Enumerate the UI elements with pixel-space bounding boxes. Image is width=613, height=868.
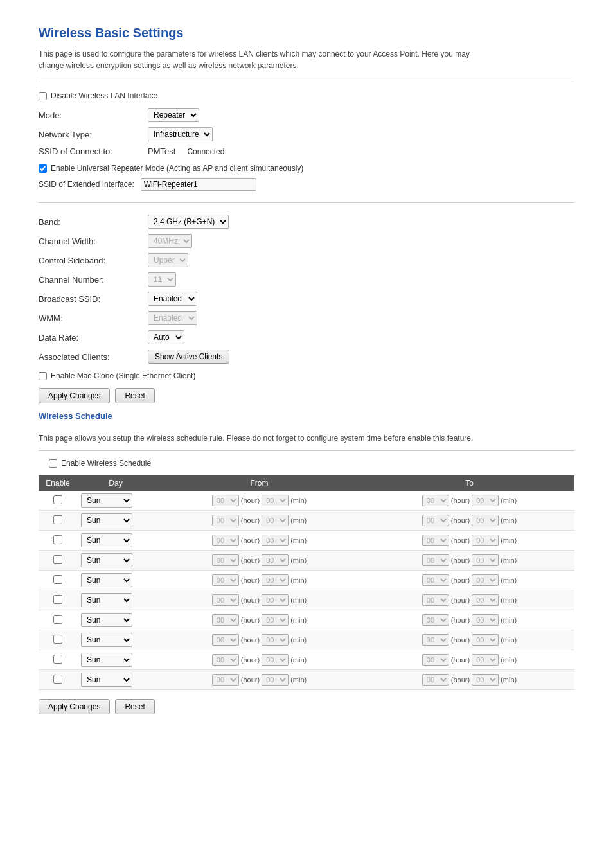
schedule-row-day-select[interactable]: SunMonTueWedThuFriSat xyxy=(81,573,132,587)
schedule-row-to-min-select[interactable]: 00153045 xyxy=(472,614,499,626)
schedule-row-enable-checkbox[interactable] xyxy=(53,575,62,584)
channel-width-select[interactable]: 40MHz 20MHz xyxy=(148,234,192,248)
time-label: (min) xyxy=(501,616,517,624)
schedule-row-from-hour-select[interactable]: 0001020304050607080910111213141516171819… xyxy=(212,674,239,686)
schedule-row-to-hour-select[interactable]: 0001020304050607080910111213141516171819… xyxy=(422,495,449,506)
schedule-row-from-min-select[interactable]: 00153045 xyxy=(262,654,289,666)
schedule-row-from-hour-select[interactable]: 0001020304050607080910111213141516171819… xyxy=(212,495,239,506)
schedule-row-to-min-select[interactable]: 00153045 xyxy=(472,554,499,566)
schedule-row-to-min-select[interactable]: 00153045 xyxy=(472,634,499,646)
broadcast-ssid-select[interactable]: Enabled Disabled xyxy=(148,292,197,306)
schedule-row-day-select[interactable]: SunMonTueWedThuFriSat xyxy=(81,613,132,627)
schedule-row-enable-checkbox[interactable] xyxy=(53,675,62,684)
schedule-row-to-hour-select[interactable]: 0001020304050607080910111213141516171819… xyxy=(422,554,449,566)
band-select[interactable]: 2.4 GHz (B+G+N) 2.4 GHz (B) 2.4 GHz (G) … xyxy=(148,215,229,229)
schedule-row-from-min-select[interactable]: 00153045 xyxy=(262,554,289,566)
schedule-row-from-hour-select[interactable]: 0001020304050607080910111213141516171819… xyxy=(212,594,239,606)
schedule-row-enable-checkbox[interactable] xyxy=(53,615,62,624)
schedule-row-from-cell: 0001020304050607080910111213141516171819… xyxy=(158,634,360,646)
schedule-row-enable-checkbox[interactable] xyxy=(53,555,62,564)
ssid-label: SSID of Connect to: xyxy=(39,144,148,159)
time-label: (hour) xyxy=(451,497,470,504)
schedule-row-to-min-select[interactable]: 00153045 xyxy=(472,594,499,606)
enable-repeater-checkbox[interactable] xyxy=(39,164,47,173)
schedule-row-enable-checkbox[interactable] xyxy=(53,635,62,644)
schedule-row-day-select[interactable]: SunMonTueWedThuFriSat xyxy=(81,633,132,647)
network-type-select[interactable]: Infrastructure Ad-hoc xyxy=(148,127,213,141)
schedule-row-enable-checkbox[interactable] xyxy=(53,495,62,504)
schedule-row-to-min-select[interactable]: 00153045 xyxy=(472,654,499,666)
disable-wlan-checkbox[interactable] xyxy=(39,92,47,100)
schedule-row-from-min-select[interactable]: 00153045 xyxy=(262,634,289,646)
enable-mac-clone-checkbox[interactable] xyxy=(39,372,47,380)
schedule-row-to-min-select[interactable]: 00153045 xyxy=(472,674,499,686)
schedule-row-from-hour-select[interactable]: 0001020304050607080910111213141516171819… xyxy=(212,654,239,666)
schedule-row-to-hour-select[interactable]: 0001020304050607080910111213141516171819… xyxy=(422,654,449,666)
schedule-row-to-hour-select[interactable]: 0001020304050607080910111213141516171819… xyxy=(422,674,449,686)
schedule-button-row: Apply Changes Reset xyxy=(39,699,574,714)
schedule-row-from-hour-select[interactable]: 0001020304050607080910111213141516171819… xyxy=(212,634,239,646)
ssid-extended-input[interactable] xyxy=(141,178,256,191)
schedule-row-to-min-select[interactable]: 00153045 xyxy=(472,535,499,546)
time-label: (min) xyxy=(290,497,306,504)
data-rate-select[interactable]: Auto 1M2M5.5M6M 9M11M12M18M 24M36M48M54M xyxy=(148,330,184,344)
schedule-apply-button[interactable]: Apply Changes xyxy=(39,699,110,714)
basic-settings-reset-button[interactable]: Reset xyxy=(115,388,154,403)
schedule-row-to-min-select[interactable]: 00153045 xyxy=(472,574,499,586)
schedule-row-from-hour-select[interactable]: 0001020304050607080910111213141516171819… xyxy=(212,535,239,546)
schedule-row-from-min-select[interactable]: 00153045 xyxy=(262,674,289,686)
mode-select[interactable]: Repeater AP Client Bridge xyxy=(148,108,199,122)
schedule-row-to-hour-select[interactable]: 0001020304050607080910111213141516171819… xyxy=(422,535,449,546)
schedule-row-from-hour-select[interactable]: 0001020304050607080910111213141516171819… xyxy=(212,614,239,626)
control-sideband-select[interactable]: Upper Lower xyxy=(148,253,188,267)
header-day: Day xyxy=(77,475,154,491)
schedule-row: SunMonTueWedThuFriSat0001020304050607080… xyxy=(39,670,574,690)
schedule-row-from-hour-select[interactable]: 0001020304050607080910111213141516171819… xyxy=(212,515,239,526)
schedule-row-to-hour-select[interactable]: 0001020304050607080910111213141516171819… xyxy=(422,574,449,586)
show-active-clients-button[interactable]: Show Active Clients xyxy=(148,350,229,364)
schedule-row-to-hour-select[interactable]: 0001020304050607080910111213141516171819… xyxy=(422,515,449,526)
schedule-row-to-cell: 0001020304050607080910111213141516171819… xyxy=(368,535,571,546)
schedule-row-from-min-select[interactable]: 00153045 xyxy=(262,495,289,506)
time-label: (hour) xyxy=(451,536,470,544)
schedule-row-from-hour-select[interactable]: 0001020304050607080910111213141516171819… xyxy=(212,574,239,586)
schedule-row-day-select[interactable]: SunMonTueWedThuFriSat xyxy=(81,673,132,687)
schedule-row-day-select[interactable]: SunMonTueWedThuFriSat xyxy=(81,593,132,607)
schedule-row-from-min-select[interactable]: 00153045 xyxy=(262,614,289,626)
schedule-row-enable-checkbox[interactable] xyxy=(53,515,62,524)
basic-settings-apply-button[interactable]: Apply Changes xyxy=(39,388,110,403)
channel-number-select[interactable]: 11 1234 5678 910121314 xyxy=(148,272,176,287)
schedule-row-enable-checkbox[interactable] xyxy=(53,595,62,604)
schedule-row-to-cell: 0001020304050607080910111213141516171819… xyxy=(368,674,571,686)
enable-schedule-checkbox[interactable] xyxy=(49,459,57,468)
schedule-row-day-select[interactable]: SunMonTueWedThuFriSat xyxy=(81,653,132,667)
schedule-row-day-select[interactable]: SunMonTueWedThuFriSat xyxy=(81,553,132,567)
header-from: From xyxy=(154,475,364,491)
schedule-row-to-min-select[interactable]: 00153045 xyxy=(472,495,499,506)
schedule-row-from-min-select[interactable]: 00153045 xyxy=(262,515,289,526)
schedule-row-to-min-select[interactable]: 00153045 xyxy=(472,515,499,526)
wmm-select[interactable]: Enabled Disabled xyxy=(148,311,197,325)
schedule-row-day-select[interactable]: SunMonTueWedThuFriSat xyxy=(81,533,132,547)
basic-settings-button-row: Apply Changes Reset xyxy=(39,388,574,403)
schedule-row-from-cell: 0001020304050607080910111213141516171819… xyxy=(158,654,360,666)
wireless-schedule-link[interactable]: Wireless Schedule xyxy=(39,411,112,421)
schedule-row-from-min-select[interactable]: 00153045 xyxy=(262,535,289,546)
schedule-row-from-min-select[interactable]: 00153045 xyxy=(262,574,289,586)
schedule-row-from-hour-select[interactable]: 0001020304050607080910111213141516171819… xyxy=(212,554,239,566)
channel-width-row: Channel Width: 40MHz 20MHz xyxy=(39,231,574,251)
schedule-row-to-hour-select[interactable]: 0001020304050607080910111213141516171819… xyxy=(422,594,449,606)
time-label: (min) xyxy=(290,636,306,644)
schedule-row-to-hour-select[interactable]: 0001020304050607080910111213141516171819… xyxy=(422,614,449,626)
time-label: (hour) xyxy=(451,517,470,524)
schedule-row-to-hour-select[interactable]: 0001020304050607080910111213141516171819… xyxy=(422,634,449,646)
schedule-row-from-min-select[interactable]: 00153045 xyxy=(262,594,289,606)
schedule-reset-button[interactable]: Reset xyxy=(115,699,154,714)
schedule-row-enable-checkbox[interactable] xyxy=(53,535,62,544)
schedule-row-day-select[interactable]: SunMonTueWedThuFriSat xyxy=(81,493,132,508)
channel-width-label: Channel Width: xyxy=(39,231,148,251)
schedule-row-day-select[interactable]: SunMonTueWedThuFriSat xyxy=(81,513,132,527)
enable-repeater-label: Enable Universal Repeater Mode (Acting a… xyxy=(51,164,303,173)
schedule-row: SunMonTueWedThuFriSat0001020304050607080… xyxy=(39,610,574,630)
schedule-row-enable-checkbox[interactable] xyxy=(53,655,62,664)
